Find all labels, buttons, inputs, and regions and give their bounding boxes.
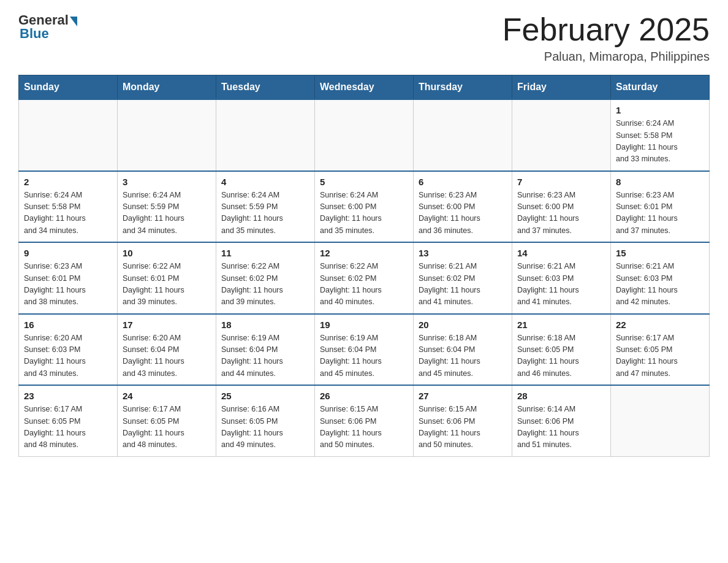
day-info: Sunrise: 6:21 AMSunset: 6:02 PMDaylight:… xyxy=(419,261,507,308)
day-number: 19 xyxy=(320,320,408,330)
calendar-cell: 19Sunrise: 6:19 AMSunset: 6:04 PMDayligh… xyxy=(315,314,414,386)
day-info: Sunrise: 6:21 AMSunset: 6:03 PMDaylight:… xyxy=(616,261,704,308)
day-number: 20 xyxy=(419,320,507,330)
day-info: Sunrise: 6:19 AMSunset: 6:04 PMDaylight:… xyxy=(320,332,408,380)
day-number: 15 xyxy=(616,248,704,258)
calendar-cell xyxy=(414,99,512,171)
month-title: February 2025 xyxy=(502,12,710,47)
day-number: 8 xyxy=(616,177,704,187)
day-info: Sunrise: 6:24 AMSunset: 6:00 PMDaylight:… xyxy=(320,190,408,237)
location-subtitle: Paluan, Mimaropa, Philippines xyxy=(502,50,710,64)
logo: General Blue xyxy=(18,12,77,42)
day-info: Sunrise: 6:20 AMSunset: 6:04 PMDaylight:… xyxy=(123,332,211,380)
calendar-cell: 22Sunrise: 6:17 AMSunset: 6:05 PMDayligh… xyxy=(611,314,710,386)
logo-arrow-icon xyxy=(70,17,77,26)
day-info: Sunrise: 6:17 AMSunset: 6:05 PMDaylight:… xyxy=(123,404,211,451)
calendar-cell: 11Sunrise: 6:22 AMSunset: 6:02 PMDayligh… xyxy=(216,242,315,314)
day-number: 1 xyxy=(616,105,704,115)
day-info: Sunrise: 6:15 AMSunset: 6:06 PMDaylight:… xyxy=(320,404,408,451)
calendar-cell: 13Sunrise: 6:21 AMSunset: 6:02 PMDayligh… xyxy=(414,242,512,314)
day-number: 17 xyxy=(123,320,211,330)
day-number: 25 xyxy=(221,391,309,401)
calendar-cell xyxy=(118,99,216,171)
calendar-cell: 1Sunrise: 6:24 AMSunset: 5:58 PMDaylight… xyxy=(611,99,710,171)
day-info: Sunrise: 6:15 AMSunset: 6:06 PMDaylight:… xyxy=(419,404,507,451)
calendar-cell: 14Sunrise: 6:21 AMSunset: 6:03 PMDayligh… xyxy=(512,242,611,314)
day-number: 21 xyxy=(517,320,605,330)
calendar-cell: 7Sunrise: 6:23 AMSunset: 6:00 PMDaylight… xyxy=(512,171,611,243)
calendar-cell: 18Sunrise: 6:19 AMSunset: 6:04 PMDayligh… xyxy=(216,314,315,386)
calendar-cell: 20Sunrise: 6:18 AMSunset: 6:04 PMDayligh… xyxy=(414,314,512,386)
day-info: Sunrise: 6:23 AMSunset: 6:01 PMDaylight:… xyxy=(616,190,704,237)
calendar-cell xyxy=(19,99,118,171)
calendar-cell: 17Sunrise: 6:20 AMSunset: 6:04 PMDayligh… xyxy=(118,314,216,386)
calendar-cell: 26Sunrise: 6:15 AMSunset: 6:06 PMDayligh… xyxy=(315,385,414,456)
calendar-cell: 24Sunrise: 6:17 AMSunset: 6:05 PMDayligh… xyxy=(118,385,216,456)
day-info: Sunrise: 6:17 AMSunset: 6:05 PMDaylight:… xyxy=(616,332,704,380)
day-number: 23 xyxy=(24,391,112,401)
calendar-cell: 10Sunrise: 6:22 AMSunset: 6:01 PMDayligh… xyxy=(118,242,216,314)
calendar-cell xyxy=(512,99,611,171)
day-info: Sunrise: 6:23 AMSunset: 6:01 PMDaylight:… xyxy=(24,261,112,308)
calendar-header-row: SundayMondayTuesdayWednesdayThursdayFrid… xyxy=(19,75,710,100)
calendar-cell: 21Sunrise: 6:18 AMSunset: 6:05 PMDayligh… xyxy=(512,314,611,386)
calendar-header-sunday: Sunday xyxy=(19,75,118,100)
calendar-cell: 27Sunrise: 6:15 AMSunset: 6:06 PMDayligh… xyxy=(414,385,512,456)
calendar-cell: 23Sunrise: 6:17 AMSunset: 6:05 PMDayligh… xyxy=(19,385,118,456)
day-number: 22 xyxy=(616,320,704,330)
day-info: Sunrise: 6:18 AMSunset: 6:05 PMDaylight:… xyxy=(517,332,605,380)
week-row-2: 2Sunrise: 6:24 AMSunset: 5:58 PMDaylight… xyxy=(19,171,710,243)
day-number: 14 xyxy=(517,248,605,258)
day-info: Sunrise: 6:24 AMSunset: 5:59 PMDaylight:… xyxy=(123,190,211,237)
day-number: 27 xyxy=(419,391,507,401)
calendar-cell: 4Sunrise: 6:24 AMSunset: 5:59 PMDaylight… xyxy=(216,171,315,243)
day-info: Sunrise: 6:23 AMSunset: 6:00 PMDaylight:… xyxy=(517,190,605,237)
day-info: Sunrise: 6:22 AMSunset: 6:01 PMDaylight:… xyxy=(123,261,211,308)
calendar-cell xyxy=(216,99,315,171)
day-info: Sunrise: 6:23 AMSunset: 6:00 PMDaylight:… xyxy=(419,190,507,237)
calendar-header-wednesday: Wednesday xyxy=(315,75,414,100)
calendar-header-monday: Monday xyxy=(118,75,216,100)
day-number: 5 xyxy=(320,177,408,187)
day-info: Sunrise: 6:18 AMSunset: 6:04 PMDaylight:… xyxy=(419,332,507,380)
day-info: Sunrise: 6:20 AMSunset: 6:03 PMDaylight:… xyxy=(24,332,112,380)
calendar-cell: 15Sunrise: 6:21 AMSunset: 6:03 PMDayligh… xyxy=(611,242,710,314)
day-number: 13 xyxy=(419,248,507,258)
day-info: Sunrise: 6:19 AMSunset: 6:04 PMDaylight:… xyxy=(221,332,309,380)
calendar-header-tuesday: Tuesday xyxy=(216,75,315,100)
day-number: 11 xyxy=(221,248,309,258)
day-info: Sunrise: 6:24 AMSunset: 5:58 PMDaylight:… xyxy=(24,190,112,237)
calendar-cell: 6Sunrise: 6:23 AMSunset: 6:00 PMDaylight… xyxy=(414,171,512,243)
day-number: 4 xyxy=(221,177,309,187)
calendar-table: SundayMondayTuesdayWednesdayThursdayFrid… xyxy=(18,75,710,457)
calendar-cell xyxy=(315,99,414,171)
day-number: 18 xyxy=(221,320,309,330)
calendar-cell: 9Sunrise: 6:23 AMSunset: 6:01 PMDaylight… xyxy=(19,242,118,314)
day-info: Sunrise: 6:24 AMSunset: 5:58 PMDaylight:… xyxy=(616,118,704,166)
day-number: 28 xyxy=(517,391,605,401)
week-row-4: 16Sunrise: 6:20 AMSunset: 6:03 PMDayligh… xyxy=(19,314,710,386)
calendar-cell: 8Sunrise: 6:23 AMSunset: 6:01 PMDaylight… xyxy=(611,171,710,243)
title-area: February 2025 Paluan, Mimaropa, Philippi… xyxy=(502,12,710,64)
calendar-cell: 3Sunrise: 6:24 AMSunset: 5:59 PMDaylight… xyxy=(118,171,216,243)
page-header: General Blue February 2025 Paluan, Mimar… xyxy=(18,12,710,64)
day-number: 2 xyxy=(24,177,112,187)
day-info: Sunrise: 6:17 AMSunset: 6:05 PMDaylight:… xyxy=(24,404,112,451)
calendar-cell xyxy=(611,385,710,456)
day-info: Sunrise: 6:16 AMSunset: 6:05 PMDaylight:… xyxy=(221,404,309,451)
logo-blue-text: Blue xyxy=(20,26,49,42)
day-info: Sunrise: 6:21 AMSunset: 6:03 PMDaylight:… xyxy=(517,261,605,308)
day-number: 26 xyxy=(320,391,408,401)
day-number: 7 xyxy=(517,177,605,187)
day-number: 6 xyxy=(419,177,507,187)
day-info: Sunrise: 6:22 AMSunset: 6:02 PMDaylight:… xyxy=(221,261,309,308)
calendar-cell: 28Sunrise: 6:14 AMSunset: 6:06 PMDayligh… xyxy=(512,385,611,456)
week-row-1: 1Sunrise: 6:24 AMSunset: 5:58 PMDaylight… xyxy=(19,99,710,171)
calendar-cell: 16Sunrise: 6:20 AMSunset: 6:03 PMDayligh… xyxy=(19,314,118,386)
calendar-header-saturday: Saturday xyxy=(611,75,710,100)
day-number: 12 xyxy=(320,248,408,258)
calendar-cell: 2Sunrise: 6:24 AMSunset: 5:58 PMDaylight… xyxy=(19,171,118,243)
day-number: 16 xyxy=(24,320,112,330)
calendar-cell: 25Sunrise: 6:16 AMSunset: 6:05 PMDayligh… xyxy=(216,385,315,456)
day-number: 3 xyxy=(123,177,211,187)
